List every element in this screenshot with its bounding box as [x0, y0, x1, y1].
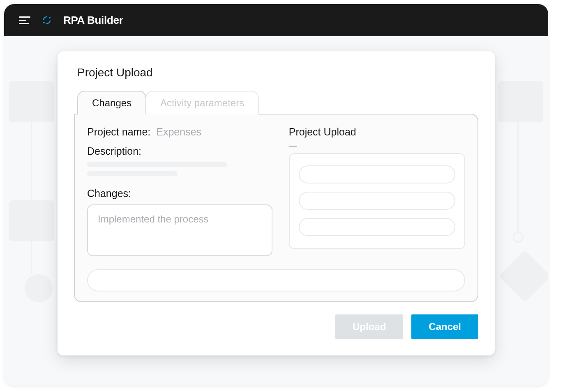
- app-title: RPA Builder: [63, 14, 123, 27]
- upload-item-field[interactable]: [299, 192, 455, 210]
- description-placeholder-line: [87, 171, 178, 176]
- cancel-button[interactable]: Cancel: [411, 314, 478, 339]
- project-name-value: Expenses: [156, 126, 201, 138]
- header-bar: RPA Builder: [4, 4, 548, 36]
- bg-connector-icon: [31, 122, 32, 200]
- project-upload-dialog: Project Upload Changes Activity paramete…: [58, 51, 495, 355]
- bg-decision-node-icon: [498, 250, 548, 302]
- right-column: Project Upload —: [289, 126, 465, 258]
- description-placeholder-line: [87, 162, 227, 167]
- upload-item-field[interactable]: [299, 218, 455, 236]
- description-label: Description:: [87, 145, 272, 157]
- bg-connector-icon: [31, 241, 32, 274]
- logo-icon: [42, 15, 52, 25]
- comment-field[interactable]: [87, 269, 465, 291]
- bg-end-node-icon: [25, 274, 53, 302]
- dialog-title: Project Upload: [74, 66, 478, 79]
- svg-point-1: [43, 22, 45, 23]
- changes-label: Changes:: [87, 188, 272, 199]
- bg-node-icon: [9, 200, 54, 241]
- dialog-button-row: Upload Cancel: [74, 314, 478, 339]
- tab-changes[interactable]: Changes: [77, 91, 146, 115]
- bg-circle-icon: [513, 232, 524, 243]
- svg-point-0: [49, 17, 51, 18]
- bg-connector-icon: [517, 122, 519, 233]
- dash-separator-icon: —: [289, 141, 465, 151]
- upload-list-panel: [289, 153, 465, 249]
- changes-textarea[interactable]: [87, 204, 272, 256]
- upload-item-field[interactable]: [299, 165, 455, 183]
- right-panel-heading: Project Upload: [289, 126, 356, 138]
- app-window: RPA Builder Project Upload Changes Activ…: [4, 4, 548, 385]
- tab-activity-parameters[interactable]: Activity parameters: [145, 91, 259, 115]
- project-name-label: Project name:: [87, 126, 150, 138]
- left-column: Project name: Expenses Description: Chan…: [87, 126, 272, 258]
- tab-bar: Changes Activity parameters: [74, 91, 478, 115]
- bg-node-icon: [498, 81, 543, 122]
- menu-icon[interactable]: [19, 16, 30, 24]
- tab-content: Project name: Expenses Description: Chan…: [74, 114, 478, 302]
- bg-node-icon: [9, 81, 54, 122]
- upload-button[interactable]: Upload: [335, 314, 403, 339]
